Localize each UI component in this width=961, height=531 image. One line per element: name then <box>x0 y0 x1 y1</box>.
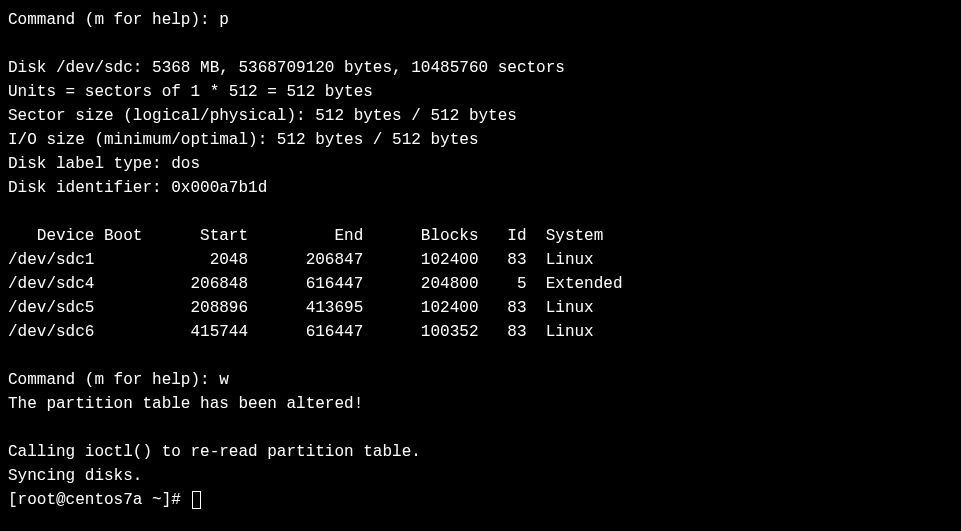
units-line: Units = sectors of 1 * 512 = 512 bytes <box>8 80 953 104</box>
command-prompt-w: Command (m for help): w <box>8 368 953 392</box>
disk-info-line: Disk /dev/sdc: 5368 MB, 5368709120 bytes… <box>8 56 953 80</box>
sector-size-line: Sector size (logical/physical): 512 byte… <box>8 104 953 128</box>
altered-message: The partition table has been altered! <box>8 392 953 416</box>
syncing-message: Syncing disks. <box>8 464 953 488</box>
table-row: /dev/sdc1 2048 206847 102400 83 Linux <box>8 248 953 272</box>
blank-line <box>8 416 953 440</box>
table-row: /dev/sdc5 208896 413695 102400 83 Linux <box>8 296 953 320</box>
blank-line <box>8 200 953 224</box>
command-prompt-p: Command (m for help): p <box>8 8 953 32</box>
blank-line <box>8 344 953 368</box>
table-row: /dev/sdc6 415744 616447 100352 83 Linux <box>8 320 953 344</box>
table-row: /dev/sdc4 206848 616447 204800 5 Extende… <box>8 272 953 296</box>
ioctl-message: Calling ioctl() to re-read partition tab… <box>8 440 953 464</box>
shell-prompt-line[interactable]: [root@centos7a ~]# <box>8 488 953 512</box>
io-size-line: I/O size (minimum/optimal): 512 bytes / … <box>8 128 953 152</box>
partition-table-header: Device Boot Start End Blocks Id System <box>8 224 953 248</box>
disk-identifier-line: Disk identifier: 0x000a7b1d <box>8 176 953 200</box>
disk-label-type-line: Disk label type: dos <box>8 152 953 176</box>
cursor-icon <box>192 491 201 509</box>
shell-prompt-text: [root@centos7a ~]# <box>8 491 190 509</box>
blank-line <box>8 32 953 56</box>
